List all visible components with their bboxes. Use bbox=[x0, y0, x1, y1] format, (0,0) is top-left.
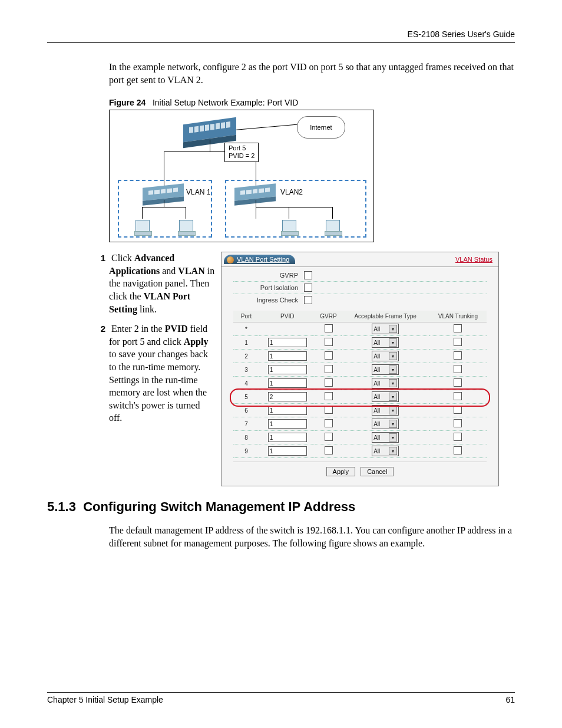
aft-select[interactable]: All▾ bbox=[372, 419, 399, 429]
chevron-down-icon: ▾ bbox=[389, 433, 397, 442]
trunk-row-checkbox[interactable] bbox=[454, 446, 462, 454]
table-row: 7All▾ bbox=[233, 417, 487, 431]
vlan-port-setting-panel: VLAN Port Setting VLAN Status GVRP Port … bbox=[221, 252, 499, 486]
pvid-cell bbox=[259, 417, 315, 431]
section-number: 5.1.3 bbox=[47, 499, 76, 514]
pvid-cell bbox=[259, 404, 315, 417]
trunk-cell bbox=[429, 444, 487, 458]
gvrp-cell bbox=[315, 336, 341, 350]
pvid-cell bbox=[259, 390, 315, 404]
pvid-input[interactable] bbox=[268, 365, 307, 374]
trunk-row-checkbox[interactable] bbox=[454, 392, 462, 400]
figure-caption-text: Initial Setup Network Example: Port VID bbox=[153, 98, 298, 107]
link-line bbox=[256, 200, 256, 207]
pvid-cell bbox=[259, 431, 315, 444]
table-row: 2All▾ bbox=[233, 350, 487, 363]
panel-tab[interactable]: VLAN Port Setting bbox=[224, 255, 295, 264]
pvid-cell bbox=[259, 336, 315, 350]
trunk-row-checkbox[interactable] bbox=[454, 406, 462, 414]
link-line bbox=[256, 207, 289, 207]
trunk-cell bbox=[429, 404, 487, 417]
pc-icon bbox=[135, 220, 150, 232]
separator bbox=[233, 281, 487, 282]
trunk-cell bbox=[429, 431, 487, 444]
pvid-input[interactable] bbox=[268, 446, 307, 456]
gvrp-row-checkbox[interactable] bbox=[325, 392, 333, 400]
aft-cell: All▾ bbox=[342, 377, 429, 390]
table-row: 6All▾ bbox=[233, 404, 487, 417]
link-line bbox=[332, 207, 333, 219]
link-line bbox=[236, 124, 300, 130]
aft-cell: All▾ bbox=[342, 350, 429, 363]
pvid-input[interactable] bbox=[268, 433, 307, 442]
page-footer: Chapter 5 Initial Setup Example 61 bbox=[47, 692, 515, 704]
chevron-down-icon: ▾ bbox=[389, 379, 397, 387]
link-line bbox=[186, 207, 186, 219]
gvrp-row-checkbox[interactable] bbox=[325, 351, 333, 360]
pvid-input[interactable] bbox=[268, 378, 307, 388]
aft-select[interactable]: All▾ bbox=[372, 405, 399, 416]
option-row-isolation: Port Isolation bbox=[233, 283, 487, 292]
gvrp-row-checkbox[interactable] bbox=[325, 338, 333, 346]
trunk-row-checkbox[interactable] bbox=[454, 378, 462, 387]
ingress-check-checkbox[interactable] bbox=[304, 296, 312, 304]
trunk-row-checkbox[interactable] bbox=[454, 433, 462, 441]
pvid-input[interactable] bbox=[268, 351, 307, 361]
panel-titlebar: VLAN Port Setting VLAN Status bbox=[222, 252, 498, 267]
apply-button[interactable]: Apply bbox=[326, 467, 356, 476]
switch-icon bbox=[183, 117, 236, 143]
internet-label: Internet bbox=[310, 124, 332, 131]
gvrp-row-checkbox[interactable] bbox=[325, 433, 333, 441]
port-label-line1: Port 5 bbox=[229, 144, 246, 151]
port-isolation-checkbox[interactable] bbox=[304, 284, 312, 292]
gvrp-checkbox[interactable] bbox=[304, 271, 312, 279]
trunk-row-checkbox[interactable] bbox=[454, 419, 462, 427]
internet-cloud: Internet bbox=[297, 116, 345, 139]
pvid-input[interactable] bbox=[268, 406, 307, 415]
pvid-cell bbox=[259, 322, 315, 336]
table-row: 8All▾ bbox=[233, 431, 487, 444]
chevron-down-icon: ▾ bbox=[389, 447, 397, 455]
trunk-cell bbox=[429, 363, 487, 377]
option-row-gvrp: GVRP bbox=[233, 271, 487, 280]
aft-cell: All▾ bbox=[342, 417, 429, 431]
aft-select[interactable]: All▾ bbox=[372, 364, 399, 375]
trunk-row-checkbox[interactable] bbox=[454, 338, 462, 346]
trunk-row-checkbox[interactable] bbox=[454, 365, 462, 373]
aft-cell: All▾ bbox=[342, 390, 429, 404]
aft-select[interactable]: All▾ bbox=[372, 432, 399, 443]
section-paragraph: The default management IP address of the… bbox=[109, 524, 515, 549]
aft-cell: All▾ bbox=[342, 322, 429, 336]
gvrp-row-checkbox[interactable] bbox=[325, 446, 333, 454]
gvrp-row-checkbox[interactable] bbox=[325, 378, 333, 387]
link-line bbox=[289, 207, 332, 207]
trunk-row-checkbox[interactable] bbox=[454, 324, 462, 332]
aft-select[interactable]: All▾ bbox=[372, 446, 399, 456]
vlan-status-link[interactable]: VLAN Status bbox=[455, 256, 492, 263]
table-row: 9All▾ bbox=[233, 444, 487, 458]
gvrp-row-checkbox[interactable] bbox=[325, 419, 333, 427]
pvid-input[interactable] bbox=[268, 338, 307, 347]
separator bbox=[233, 294, 487, 294]
cancel-button[interactable]: Cancel bbox=[361, 467, 394, 476]
table-row: 1All▾ bbox=[233, 336, 487, 350]
gvrp-row-checkbox[interactable] bbox=[325, 324, 333, 332]
trunk-row-checkbox[interactable] bbox=[454, 351, 462, 360]
gvrp-row-checkbox[interactable] bbox=[325, 365, 333, 373]
aft-select[interactable]: All▾ bbox=[372, 378, 399, 388]
gvrp-cell bbox=[315, 350, 341, 363]
aft-select[interactable]: All▾ bbox=[372, 351, 399, 361]
aft-select[interactable]: All▾ bbox=[372, 391, 399, 402]
gvrp-row-checkbox[interactable] bbox=[325, 406, 333, 414]
col-port: Port bbox=[233, 311, 259, 322]
pc-icon bbox=[282, 220, 296, 232]
pvid-input[interactable] bbox=[268, 392, 307, 401]
aft-select[interactable]: All▾ bbox=[372, 337, 399, 348]
chevron-down-icon: ▾ bbox=[389, 325, 397, 333]
pvid-input[interactable] bbox=[268, 419, 307, 429]
aft-select[interactable]: All▾ bbox=[372, 324, 399, 334]
port-cell: 1 bbox=[233, 336, 259, 350]
port-cell: 9 bbox=[233, 444, 259, 458]
link-line bbox=[289, 207, 289, 219]
table-row: 4All▾ bbox=[233, 377, 487, 390]
